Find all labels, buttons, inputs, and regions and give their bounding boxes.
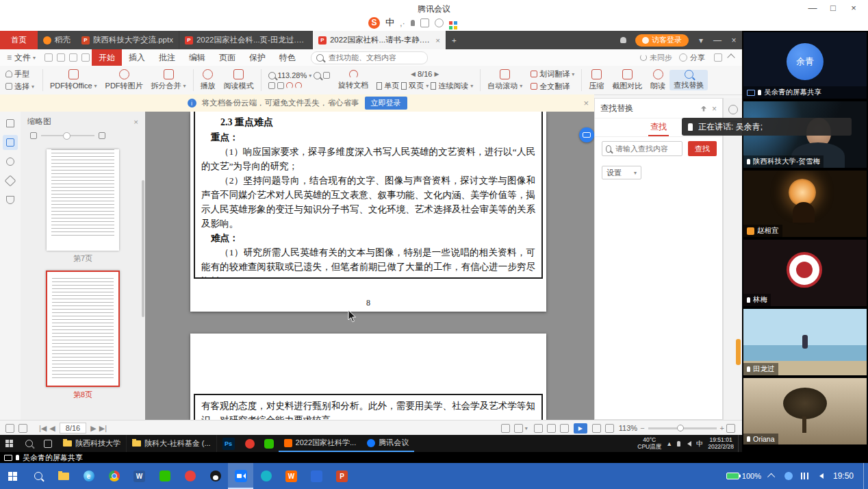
participant-tile-screen-share[interactable]: 余青 吴余青的屏幕共享 <box>743 32 867 99</box>
fit-width-icon[interactable] <box>592 424 601 433</box>
participant-tile[interactable]: Oriana <box>743 378 867 444</box>
save-icon[interactable] <box>44 53 53 62</box>
slider-knob[interactable] <box>63 132 71 140</box>
menu-special[interactable]: 特色 <box>272 49 303 66</box>
meeting-task[interactable]: 腾讯会议 <box>361 435 414 452</box>
tray-ime[interactable]: 中 <box>696 439 703 449</box>
collapse-ribbon-icon[interactable] <box>727 53 735 61</box>
find-replace-button[interactable]: 查找替换 <box>669 70 708 90</box>
presentation-play-button[interactable]: ▶ <box>574 423 587 434</box>
thumb-larger-icon[interactable] <box>99 132 105 139</box>
new-tab-button[interactable]: + <box>446 31 462 49</box>
document-view[interactable]: 2.3 重点难点 重点： （1）响应国家要求，探寻多维度深入书写人民英雄的文艺资… <box>145 112 594 420</box>
red-app-button[interactable] <box>177 463 203 489</box>
comments-icon[interactable] <box>3 154 18 169</box>
tray-clock[interactable]: 19:51:012022/2/28 <box>708 437 734 450</box>
prev-page-icon[interactable]: ◀ <box>411 71 416 77</box>
tab-close-icon[interactable]: × <box>435 36 440 45</box>
tab-document-pptx[interactable]: P陕西科技大学交流.pptx <box>76 31 179 49</box>
next-page-icon[interactable]: ▶ <box>434 71 439 77</box>
red-app-button[interactable] <box>240 435 259 452</box>
menu-protect[interactable]: 保护 <box>242 49 272 66</box>
edit-status-icon[interactable] <box>501 424 510 433</box>
participant-tile[interactable]: 赵相宜 <box>743 171 867 237</box>
auto-scroll-button[interactable]: 自动滚动▾ <box>483 69 526 91</box>
comment-icon[interactable] <box>714 53 722 62</box>
wechat-button[interactable] <box>152 463 177 489</box>
menu-edit[interactable]: 编辑 <box>182 49 212 66</box>
command-search-input[interactable] <box>327 53 411 62</box>
page-navigator[interactable]: ◀8/16▶ <box>376 70 473 78</box>
login-now-button[interactable]: 立即登录 <box>365 97 407 110</box>
tab-document-pdf-1[interactable]: P2022国家社会科...页-田龙过.pdf <box>179 31 313 49</box>
task-view-button[interactable] <box>38 435 58 452</box>
tray-expand-icon[interactable]: ▲ <box>666 440 672 447</box>
find-input[interactable] <box>614 144 678 153</box>
sync-status[interactable]: 未同步 <box>640 53 672 63</box>
notice-close-icon[interactable]: × <box>583 98 589 108</box>
single-layout-icon[interactable] <box>547 424 556 433</box>
rotate-left-icon[interactable] <box>286 82 293 89</box>
prev-page-button[interactable]: ◀ <box>49 424 55 433</box>
zoom-out-button[interactable]: − <box>640 424 644 432</box>
edge-button[interactable]: e <box>76 463 101 489</box>
grid-icon[interactable] <box>449 21 452 25</box>
ime-punct-icon[interactable]: ,· <box>400 18 405 28</box>
cpu-temp-widget[interactable]: 40°CCPU温度 <box>637 437 661 450</box>
stamps-icon[interactable] <box>3 192 18 208</box>
share-button[interactable]: 分享 <box>679 53 705 63</box>
thumbnail-page-7[interactable] <box>47 149 119 251</box>
snapshot-compare-button[interactable]: 截图对比 <box>608 69 646 91</box>
settings-icon[interactable] <box>514 424 523 433</box>
app-minimize-button[interactable]: — <box>709 31 726 49</box>
wps-assistant-badge[interactable] <box>579 127 594 142</box>
continuous-button[interactable]: 连续阅读 <box>438 81 468 91</box>
start-button[interactable] <box>0 463 25 489</box>
menu-insert[interactable]: 插入 <box>122 49 152 66</box>
zoom-slider-knob[interactable] <box>677 425 684 431</box>
fullscreen-icon[interactable] <box>726 424 735 433</box>
menu-file[interactable]: ≡文件▾ <box>0 49 42 66</box>
file-explorer-button[interactable] <box>51 463 76 489</box>
wps-button[interactable]: W <box>279 463 304 489</box>
sogou-logo-icon[interactable]: S <box>368 17 380 29</box>
layout-switch-icon[interactable]: ▾ <box>693 31 709 49</box>
play-button[interactable]: 播放 <box>196 69 220 91</box>
battery-indicator[interactable]: 100% <box>726 472 761 480</box>
folder-window-1[interactable]: 陕西科技大学 <box>58 435 127 452</box>
zoom-in-icon[interactable] <box>314 72 321 79</box>
zoom-out-icon[interactable] <box>268 72 276 79</box>
close-button[interactable]: × <box>843 1 864 14</box>
thumbnails-icon[interactable] <box>3 135 18 150</box>
read-mode-button[interactable]: 阅读模式 <box>220 69 258 91</box>
compress-button[interactable]: 压缩 <box>585 69 608 91</box>
powerpoint-button[interactable]: P <box>329 463 355 489</box>
monitor-view-icon[interactable] <box>534 424 543 433</box>
notification-edge[interactable] <box>863 463 868 489</box>
bookmarks-icon[interactable] <box>3 116 18 131</box>
tray-app-icon[interactable] <box>784 472 793 480</box>
find-input-box[interactable] <box>602 141 682 156</box>
pin-icon[interactable] <box>701 106 706 112</box>
rotate-doc-button[interactable]: 旋转文档 <box>334 70 372 90</box>
next-page-button[interactable]: ▶ <box>90 424 96 433</box>
tab-home[interactable]: 首页 <box>0 31 38 49</box>
toolbox-icon[interactable] <box>435 18 444 27</box>
menu-annotate[interactable]: 批注 <box>152 49 182 66</box>
tray-expand-icon[interactable] <box>767 473 775 481</box>
split-merge-button[interactable]: 拆分合并▾ <box>147 69 190 91</box>
wechat-button[interactable] <box>259 435 279 452</box>
thumbnail-scrollbar[interactable] <box>142 180 144 317</box>
page-indicator[interactable]: 8/16 <box>60 423 86 434</box>
participant-tile[interactable]: 林梅 <box>743 240 867 306</box>
sidebar-toggle-icon[interactable] <box>5 424 14 433</box>
tray-volume-icon[interactable] <box>685 441 691 447</box>
find-panel-close-icon[interactable]: × <box>712 104 717 114</box>
rotate-right-icon[interactable] <box>295 82 302 89</box>
tab-docer[interactable]: 稻壳 <box>38 31 76 49</box>
first-page-button[interactable]: |◀ <box>39 424 47 433</box>
page-list-icon[interactable] <box>18 424 27 433</box>
minimize-button[interactable]: — <box>802 1 823 14</box>
find-tab[interactable]: 查找 <box>648 118 669 136</box>
marquee-zoom-icon[interactable] <box>277 82 284 89</box>
